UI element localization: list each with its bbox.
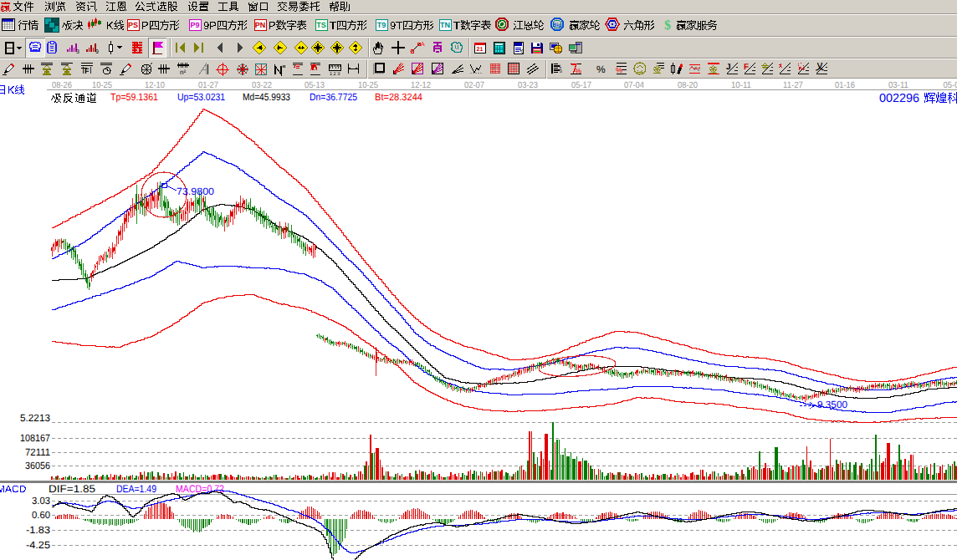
svg-text:05-0: 05-0 xyxy=(944,80,957,90)
svg-text:n²: n² xyxy=(180,69,186,76)
svg-text:P9: P9 xyxy=(190,21,199,29)
svg-text:3.03: 3.03 xyxy=(32,495,50,507)
svg-text:01-16: 01-16 xyxy=(835,80,855,90)
svg-text:03-23: 03-23 xyxy=(518,80,538,90)
svg-text:Md=45.9933: Md=45.9933 xyxy=(243,91,290,103)
svg-text:Up=53.0231: Up=53.0231 xyxy=(177,91,225,103)
svg-text:72111: 72111 xyxy=(25,446,50,458)
svg-text:TN: TN xyxy=(440,21,450,29)
svg-text:F: F xyxy=(84,67,90,75)
svg-text:05-13: 05-13 xyxy=(304,80,325,90)
svg-text:10-25: 10-25 xyxy=(358,80,378,90)
svg-text:0.60: 0.60 xyxy=(32,509,50,521)
svg-text:03-22: 03-22 xyxy=(252,80,272,90)
svg-text:%: % xyxy=(616,66,622,74)
svg-text:108167: 108167 xyxy=(20,432,50,444)
svg-text:12-12: 12-12 xyxy=(411,80,431,90)
svg-text:Dn=36.7725: Dn=36.7725 xyxy=(310,91,357,103)
svg-text:Bt=28.3244: Bt=28.3244 xyxy=(375,91,422,103)
svg-text:10-11: 10-11 xyxy=(731,80,751,90)
svg-text:5.2213: 5.2213 xyxy=(20,412,50,424)
svg-text:T9: T9 xyxy=(377,21,386,29)
svg-text:MACD=0.72: MACD=0.72 xyxy=(176,483,224,495)
svg-text:002296: 002296 xyxy=(879,92,919,105)
svg-text:$: $ xyxy=(664,18,671,33)
svg-text:03-11: 03-11 xyxy=(888,80,908,90)
svg-text:DEA=1.49: DEA=1.49 xyxy=(116,483,156,495)
svg-text:Big: Big xyxy=(553,23,562,28)
svg-text:07-04: 07-04 xyxy=(624,80,644,90)
svg-text:21: 21 xyxy=(477,47,484,53)
svg-text:-4.25: -4.25 xyxy=(26,539,50,551)
svg-text:F: F xyxy=(744,63,749,72)
svg-text:DIF=1.85: DIF=1.85 xyxy=(49,483,95,495)
svg-text:01-27: 01-27 xyxy=(198,80,218,90)
svg-text:36056: 36056 xyxy=(25,460,50,471)
svg-text:J: J xyxy=(726,63,731,72)
svg-text:TS: TS xyxy=(316,21,326,29)
svg-text:9.3500: 9.3500 xyxy=(817,399,847,410)
svg-text:9: 9 xyxy=(95,49,99,55)
svg-text:73.9800: 73.9800 xyxy=(177,186,214,197)
svg-text:-1.83: -1.83 xyxy=(26,524,50,536)
svg-text:08-20: 08-20 xyxy=(678,80,698,90)
svg-text:10-25: 10-25 xyxy=(92,80,112,90)
svg-text:12-10: 12-10 xyxy=(145,80,165,90)
svg-text:A: A xyxy=(421,42,425,48)
svg-text:乂: 乂 xyxy=(815,62,825,72)
svg-text:PS: PS xyxy=(128,21,138,29)
svg-text:3: 3 xyxy=(76,49,79,55)
svg-text:11-27: 11-27 xyxy=(783,80,803,90)
svg-text:Tp=59.1361: Tp=59.1361 xyxy=(110,91,158,103)
svg-text:%: % xyxy=(596,64,606,75)
svg-text:05-17: 05-17 xyxy=(571,80,591,90)
svg-text:02-07: 02-07 xyxy=(464,80,484,90)
svg-text:PN: PN xyxy=(255,21,266,29)
svg-text:08-26: 08-26 xyxy=(52,80,72,90)
svg-text:1 2 3: 1 2 3 xyxy=(330,72,340,77)
